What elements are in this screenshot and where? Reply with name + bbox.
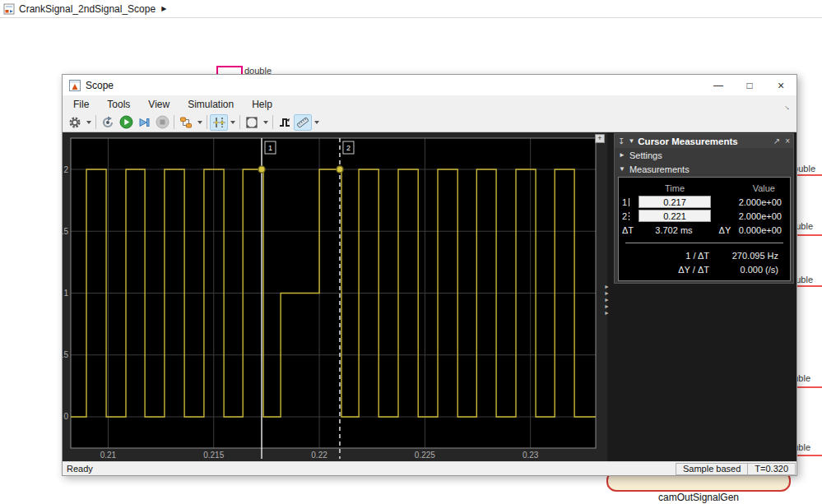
maximize-button[interactable]: □ (734, 75, 765, 95)
step-forward-icon (137, 116, 151, 129)
cursor-measurements-button[interactable] (210, 114, 228, 131)
frequency-row: 1 / ΔT 270.095 Hz (619, 248, 790, 262)
cursor2-row: 2 2.000e+00 (619, 209, 790, 223)
zoom-fit-icon (245, 116, 258, 129)
toolbar-separator (207, 115, 207, 129)
delta-t-value: 3.702 ms (637, 225, 712, 235)
slope-row: ΔY / ΔT 0.000 (/s) (619, 262, 790, 276)
toolbar-separator (239, 115, 240, 129)
step-forward-button[interactable] (135, 114, 153, 131)
simulink-model-icon (3, 3, 15, 15)
svg-text:0.225: 0.225 (415, 451, 435, 460)
arrow-right-icon: ► (604, 310, 612, 316)
menu-help[interactable]: Help (243, 97, 281, 112)
arrow-right-icon: ► (604, 303, 612, 309)
svg-text:0.22: 0.22 (311, 451, 327, 460)
menu-view[interactable]: View (139, 97, 179, 112)
cursor-measurements-icon (212, 116, 225, 129)
frequency-value: 270.095 Hz (709, 251, 790, 261)
toolbar-separator (174, 115, 174, 129)
settings-section-toggle[interactable]: ► Settings (615, 148, 793, 162)
panel-header[interactable]: ↧ ▼ Cursor Measurements ↗ × (615, 134, 793, 148)
measurements-button[interactable] (294, 114, 312, 131)
svg-text:0: 0 (63, 412, 68, 421)
pin-panel-icon[interactable]: ↧ (618, 136, 625, 146)
scope-app-icon (69, 80, 81, 91)
toolbar-separator (95, 115, 96, 129)
frequency-label: 1 / ΔT (619, 251, 709, 261)
run-play-icon (119, 115, 133, 129)
delta-t-label: ΔT (619, 225, 637, 235)
svg-text:0.21: 0.21 (100, 451, 117, 460)
highlight-block-button[interactable] (99, 114, 117, 131)
sim-time-indicator: T=0.320 (747, 463, 796, 475)
scope-titlebar[interactable]: Scope — □ × (63, 75, 796, 95)
window-title: Scope (86, 80, 114, 91)
settings-label: Settings (629, 150, 662, 160)
delta-y-label: ΔY (711, 225, 738, 235)
stop-button[interactable] (153, 114, 171, 131)
scope-statusbar: Ready Sample based T=0.320 (63, 461, 796, 475)
measurements-dropdown[interactable] (312, 114, 321, 131)
scope-display-area: 0.210.2150.220.2250.2300.511.5212 + ► ► … (63, 132, 796, 461)
close-panel-icon[interactable]: × (785, 136, 790, 146)
arrow-right-icon: ► (604, 290, 612, 296)
cursor2-time-input[interactable] (639, 210, 711, 222)
configuration-dropdown[interactable] (84, 114, 93, 131)
trigger-button[interactable] (276, 114, 294, 131)
block-name-label: camOutSignalGen (606, 492, 791, 503)
status-message: Ready (63, 464, 93, 474)
toolbar-separator (272, 115, 273, 129)
measurements-section-toggle[interactable]: ▼ Measurements (615, 162, 793, 176)
svg-text:1: 1 (268, 144, 272, 152)
sample-mode-indicator: Sample based (676, 463, 747, 475)
time-column-header: Time (637, 183, 713, 193)
run-button[interactable] (117, 114, 135, 131)
cursor2-label: 2 (622, 211, 627, 221)
table-divider (625, 243, 783, 243)
breadcrumb[interactable]: CrankSignal_2ndSignal_Scope (19, 3, 156, 15)
value-column-header: Value (713, 183, 790, 193)
arrow-right-icon: ► (604, 284, 612, 289)
dock-arrow-icon[interactable]: → (783, 101, 793, 112)
zoom-fit-button[interactable] (243, 114, 261, 131)
cursor1-label: 1 (622, 197, 627, 207)
svg-text:1: 1 (63, 289, 68, 298)
signal-selector-icon (179, 116, 193, 129)
collapse-panel-icon[interactable]: ▼ (628, 137, 634, 145)
breadcrumb-expand-arrow[interactable]: ▶ (161, 5, 166, 12)
expand-arrow-icon: ► (619, 151, 625, 159)
minimize-button[interactable]: — (703, 75, 734, 95)
maximize-axes-button[interactable]: + (595, 134, 605, 143)
configuration-gear-button[interactable] (66, 114, 84, 131)
scope-plot[interactable]: 0.210.2150.220.2250.2300.511.5212 (63, 132, 607, 461)
menu-tools[interactable]: Tools (98, 97, 139, 112)
delta-row: ΔT 3.702 ms ΔY 0.000e+00 (619, 223, 790, 237)
arrow-right-icon: ► (604, 297, 612, 303)
menu-file[interactable]: File (64, 97, 98, 112)
ruler-icon (296, 116, 309, 129)
cursor2-value: 2.000e+00 (713, 211, 790, 221)
scope-window: Scope — □ × File Tools View Simulation H… (62, 74, 797, 476)
trigger-icon (278, 116, 291, 129)
signal-selector-button[interactable] (177, 114, 195, 131)
collapse-arrow-icon: ▼ (619, 165, 625, 173)
delta-y-value: 0.000e+00 (739, 225, 790, 235)
cursor1-row: 1 2.000e+00 (619, 195, 790, 209)
slope-label: ΔY / ΔT (619, 265, 709, 275)
svg-text:1.5: 1.5 (63, 227, 68, 236)
cursor1-line-glyph (629, 198, 629, 206)
undock-panel-icon[interactable]: ↗ (773, 136, 780, 146)
gear-icon (68, 116, 81, 129)
close-button[interactable]: × (765, 75, 796, 95)
menu-simulation[interactable]: Simulation (179, 97, 243, 112)
zoom-fit-dropdown[interactable] (261, 114, 270, 131)
panel-splitter-handle[interactable]: ► ► ► ► ► (604, 284, 612, 316)
svg-text:0.5: 0.5 (63, 350, 68, 359)
cursor1-value: 2.000e+00 (713, 197, 790, 207)
signal-selector-dropdown[interactable] (195, 114, 204, 131)
cursor-measurements-dropdown[interactable] (228, 114, 237, 131)
cursor1-time-input[interactable] (639, 196, 711, 208)
breadcrumb-bar: CrankSignal_2ndSignal_Scope ▶ (0, 0, 822, 18)
scope-toolbar (63, 113, 796, 132)
